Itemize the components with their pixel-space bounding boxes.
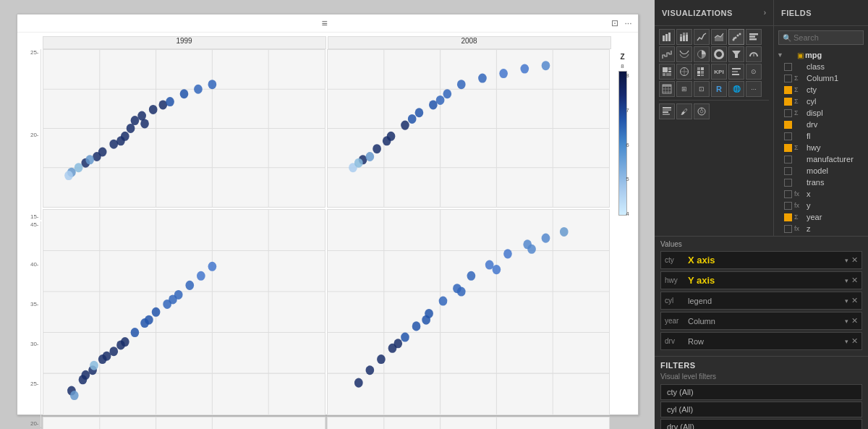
more-icon[interactable]: ··· [624, 18, 631, 28]
axis-row-row[interactable]: drv Row ▾ ✕ [660, 332, 862, 350]
search-box: 🔍 [778, 30, 864, 45]
analytics-icon[interactable] [694, 103, 710, 119]
field-fl[interactable]: fl [775, 130, 867, 142]
field-checkbox[interactable] [784, 86, 792, 94]
svg-rect-178 [697, 75, 700, 76]
paint-icon[interactable]: 🖌 [676, 103, 692, 119]
waterfall-icon[interactable] [659, 46, 675, 62]
format-icon[interactable] [659, 103, 675, 119]
scatter-chart-icon[interactable] [728, 29, 744, 45]
field-checkbox[interactable] [784, 132, 792, 140]
hbar-icon[interactable] [746, 29, 762, 45]
x-remove-icon[interactable]: ✕ [851, 255, 858, 265]
treemap-icon[interactable] [659, 64, 675, 80]
svg-point-53 [365, 152, 374, 161]
column-remove-icon[interactable]: ✕ [851, 316, 858, 326]
axis-row-x[interactable]: cty X axis ▾ ✕ [660, 251, 862, 269]
legend-remove-icon[interactable]: ✕ [851, 296, 858, 305]
field-hwy[interactable]: Σ hwy [775, 142, 867, 153]
field-class[interactable]: class [775, 61, 867, 72]
line-chart-icon[interactable] [694, 29, 710, 45]
field-z[interactable]: fx z [775, 223, 867, 234]
visualizations-title: VISUALIZATIONS [662, 9, 761, 17]
field-checkbox[interactable] [784, 121, 792, 129]
legend-dropdown-icon[interactable]: ▾ [845, 297, 848, 305]
field-cyl[interactable]: Σ cyl [775, 95, 867, 107]
stacked-bar-icon[interactable] [676, 29, 692, 45]
filter-drv[interactable]: drv (All) [660, 419, 862, 429]
field-checkbox[interactable] [784, 179, 792, 187]
axis-row-legend[interactable]: cyl legend ▾ ✕ [660, 292, 862, 310]
gauge-icon[interactable] [746, 46, 762, 62]
field-year[interactable]: Σ year [775, 211, 867, 223]
kpi-icon[interactable]: KPI [711, 64, 727, 80]
field-checkbox[interactable] [784, 63, 792, 71]
funnel-icon[interactable] [728, 46, 744, 62]
toolbar-center[interactable]: ≡ [321, 17, 327, 29]
globe-icon[interactable]: 🌐 [728, 81, 744, 97]
slicer-icon[interactable] [728, 64, 744, 80]
y-dropdown-icon[interactable]: ▾ [845, 277, 848, 284]
field-checkbox[interactable] [784, 144, 792, 152]
y-remove-icon[interactable]: ✕ [851, 276, 858, 285]
svg-point-40 [414, 108, 423, 117]
field-checkbox[interactable] [784, 190, 792, 198]
search-input[interactable] [793, 33, 851, 42]
field-displ[interactable]: Σ displ [775, 107, 867, 119]
filter-cty[interactable]: cty (All) [660, 384, 862, 400]
field-checkbox[interactable] [784, 225, 792, 233]
r-icon[interactable]: R [711, 81, 727, 97]
custom2-icon[interactable]: ⊡ [694, 81, 710, 97]
svg-point-156 [739, 33, 741, 35]
field-x[interactable]: fx x [775, 188, 867, 200]
svg-rect-181 [732, 71, 738, 72]
ytick: 40- [30, 261, 39, 268]
field-y[interactable]: fx y [775, 200, 867, 211]
column-dropdown-icon[interactable]: ▾ [845, 318, 848, 325]
more-viz-icon[interactable]: ··· [746, 81, 762, 97]
svg-point-104 [503, 249, 512, 258]
filter-cyl[interactable]: cyl (All) [660, 402, 862, 417]
field-drv[interactable]: drv [775, 119, 867, 130]
field-checkbox[interactable] [784, 98, 792, 106]
field-manufacturer[interactable]: manufacturer [775, 153, 867, 165]
bar-chart-icon[interactable] [659, 29, 675, 45]
svg-point-23 [140, 119, 149, 128]
field-checkbox[interactable] [784, 109, 792, 117]
field-checkbox[interactable] [784, 213, 792, 221]
row-dropdown-icon[interactable]: ▾ [845, 338, 848, 345]
row-remove-icon[interactable]: ✕ [851, 336, 858, 346]
svg-rect-151 [686, 33, 688, 35]
donut-icon[interactable] [711, 46, 727, 62]
expand-icon[interactable]: ⊡ [611, 18, 618, 28]
pie-icon[interactable] [694, 46, 710, 62]
axis-row-column[interactable]: year Column ▾ ✕ [660, 312, 862, 330]
filters-title: FILTERS [660, 361, 862, 370]
custom1-icon[interactable]: ⊞ [676, 81, 692, 97]
svg-point-102 [467, 271, 475, 281]
field-column1[interactable]: Σ Column1 [775, 72, 867, 84]
svg-rect-180 [732, 68, 741, 69]
area-chart-icon[interactable] [711, 29, 727, 45]
field-trans[interactable]: trans [775, 177, 867, 188]
field-label: displ [807, 109, 823, 117]
map-icon[interactable] [676, 64, 692, 80]
field-cty[interactable]: Σ cty [775, 84, 867, 95]
visualizations-chevron[interactable]: › [764, 9, 766, 17]
ribbon-icon[interactable] [676, 46, 692, 62]
field-checkbox[interactable] [784, 202, 792, 210]
icon-row-3: KPI ⊙ [659, 64, 769, 80]
field-checkbox[interactable] [784, 167, 792, 175]
axis-row-y[interactable]: hwy Y axis ▾ ✕ [660, 271, 862, 289]
field-checkbox[interactable] [784, 75, 792, 82]
table-icon[interactable] [659, 81, 675, 97]
field-model[interactable]: model [775, 165, 867, 177]
matrix-icon[interactable] [694, 64, 710, 80]
values-label: Values [660, 240, 862, 248]
svg-rect-169 [663, 73, 665, 76]
gauge2-icon[interactable]: ⊙ [746, 64, 762, 80]
x-dropdown-icon[interactable]: ▾ [845, 257, 848, 264]
field-checkbox[interactable] [784, 156, 792, 163]
svg-rect-192 [663, 114, 670, 115]
tree-root[interactable]: ▼ ▣ mpg [775, 49, 867, 61]
